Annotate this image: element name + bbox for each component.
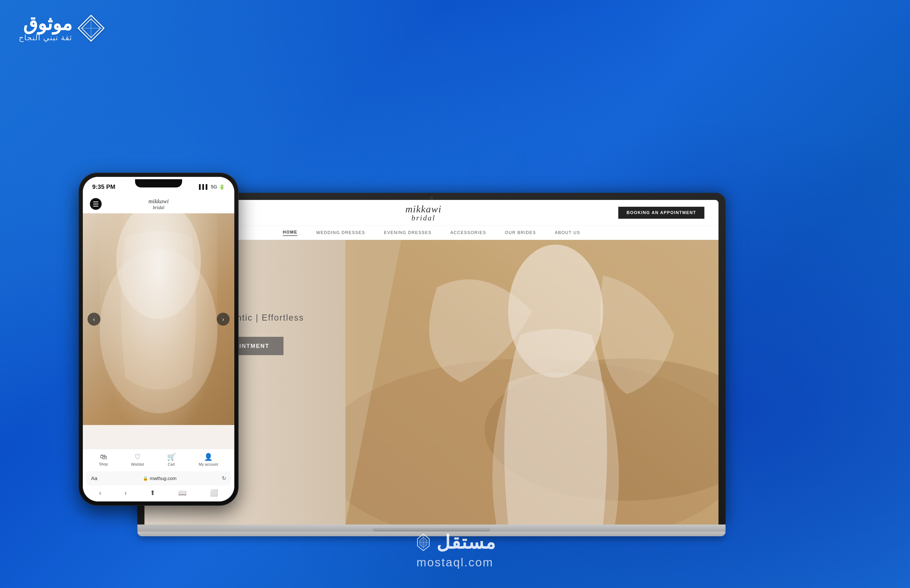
nav-wedding-dresses[interactable]: WEDDING DRESSES bbox=[316, 230, 365, 235]
forward-button[interactable]: › bbox=[124, 489, 126, 497]
nav-accessories[interactable]: ACCESSORIES bbox=[450, 230, 486, 235]
phone-header: mikkawi bridal bbox=[83, 194, 234, 213]
reload-icon[interactable]: ↻ bbox=[222, 475, 226, 481]
phone-device: 9:35 PM ▌▌▌ 5G 🔋 mikkawi bbox=[79, 173, 239, 506]
lock-icon: 🔒 bbox=[143, 476, 148, 481]
cart-label: Cart bbox=[168, 462, 175, 467]
site-brand-line2: bridal bbox=[406, 214, 441, 221]
back-button[interactable]: ‹ bbox=[99, 489, 101, 497]
devices-container: 9:35 PM ▌▌▌ 5G 🔋 mikkawi bbox=[55, 42, 855, 536]
cart-icon: 🛒 bbox=[167, 453, 176, 461]
svg-line-7 bbox=[78, 28, 91, 41]
bottom-watermark: مستقل mostaql.com bbox=[414, 531, 496, 569]
account-icon: 👤 bbox=[204, 453, 213, 461]
nav-evening-dresses[interactable]: EVENING DRESSES bbox=[384, 230, 432, 235]
battery-icon: 🔋 bbox=[219, 184, 225, 190]
shop-icon: 🛍 bbox=[100, 453, 107, 461]
share-button[interactable]: ⬆ bbox=[150, 489, 155, 497]
diamond-logo-icon bbox=[77, 14, 105, 42]
booking-appointment-button[interactable]: BOOKING AN APPOINTMENT bbox=[618, 207, 705, 219]
wishlist-label: Wishlist bbox=[131, 462, 144, 467]
phone-brand: mikkawi bridal bbox=[149, 198, 169, 210]
url-field[interactable]: 🔒 mwthug.com bbox=[143, 476, 176, 481]
laptop-camera bbox=[430, 196, 433, 200]
mostaql-icon bbox=[414, 533, 433, 552]
phone-tab-bar: 🛍 Shop ♡ Wishlist 🛒 Cart 👤 bbox=[83, 449, 234, 470]
menu-line-3 bbox=[93, 206, 99, 207]
font-size-control: Aa bbox=[91, 475, 97, 481]
next-arrow-icon: › bbox=[222, 316, 224, 323]
url-text: mwthug.com bbox=[150, 476, 176, 481]
nav-home[interactable]: HOME bbox=[283, 230, 297, 236]
menu-line-1 bbox=[93, 202, 99, 202]
phone-prev-arrow[interactable]: ‹ bbox=[87, 313, 100, 326]
laptop-base bbox=[137, 525, 726, 531]
site-brand-line1: mikkawi bbox=[406, 204, 441, 214]
phone-brand-line1: mikkawi bbox=[149, 198, 169, 205]
phone-dress-svg bbox=[83, 213, 234, 425]
phone-status-icons: ▌▌▌ 5G 🔋 bbox=[199, 184, 225, 190]
phone-time: 9:35 PM bbox=[92, 183, 115, 191]
svg-line-4 bbox=[78, 15, 91, 28]
phone-notch bbox=[135, 179, 182, 187]
phone-tab-account[interactable]: 👤 My account bbox=[199, 453, 218, 467]
wishlist-icon: ♡ bbox=[134, 453, 141, 461]
menu-line-2 bbox=[93, 204, 99, 204]
svg-line-6 bbox=[91, 28, 104, 41]
logo-area: موثوق ثقة تبني النجاح bbox=[19, 14, 105, 42]
brand-name-arabic: موثوق bbox=[23, 15, 72, 33]
phone-tab-shop[interactable]: 🛍 Shop bbox=[99, 453, 108, 467]
phone-address-bar[interactable]: Aa 🔒 mwthug.com ↻ bbox=[86, 471, 231, 485]
shop-label: Shop bbox=[99, 462, 108, 467]
phone-tab-cart[interactable]: 🛒 Cart bbox=[167, 453, 176, 467]
phone-tab-wishlist[interactable]: ♡ Wishlist bbox=[131, 453, 144, 467]
tabs-button[interactable]: ⬜ bbox=[210, 489, 218, 497]
brand-logo-text: موثوق ثقة تبني النجاح bbox=[19, 15, 72, 42]
phone-brand-line2: bridal bbox=[149, 205, 169, 210]
signal-icon: ▌▌▌ bbox=[199, 184, 209, 189]
phone-bottom-bar: 🛍 Shop ♡ Wishlist 🛒 Cart 👤 bbox=[83, 449, 234, 501]
account-label: My account bbox=[199, 462, 218, 467]
site-brand: mikkawi bridal bbox=[406, 204, 441, 221]
prev-arrow-icon: ‹ bbox=[93, 316, 95, 323]
watermark-arabic-text: مستقل bbox=[436, 531, 496, 553]
watermark-latin-text: mostaql.com bbox=[416, 556, 493, 569]
hero-bride-svg bbox=[345, 240, 719, 525]
nav-our-brides[interactable]: OUR BRIDES bbox=[505, 230, 536, 235]
phone-menu-button[interactable] bbox=[90, 198, 102, 210]
nav-about-us[interactable]: ABOUT US bbox=[555, 230, 580, 235]
phone-next-arrow[interactable]: › bbox=[217, 313, 230, 326]
phone-browser-navigation: ‹ › ⬆ 📖 ⬜ bbox=[83, 487, 234, 501]
phone-outer-frame: 9:35 PM ▌▌▌ 5G 🔋 mikkawi bbox=[79, 173, 239, 506]
network-type: 5G bbox=[211, 184, 217, 189]
phone-hero-section: ‹ › bbox=[83, 213, 234, 425]
phone-screen: 9:35 PM ▌▌▌ 5G 🔋 mikkawi bbox=[83, 177, 234, 501]
brand-tagline-arabic: ثقة تبني النجاح bbox=[19, 33, 72, 42]
bookmarks-button[interactable]: 📖 bbox=[178, 489, 187, 497]
svg-line-5 bbox=[91, 15, 104, 28]
